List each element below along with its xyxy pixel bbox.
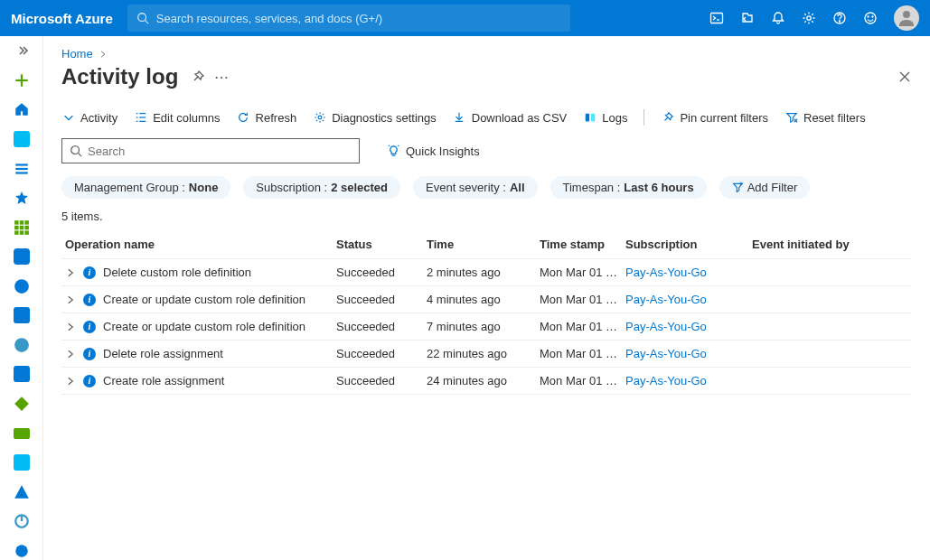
- feedback-button[interactable]: [856, 0, 885, 36]
- cell-subscription[interactable]: Pay-As-You-Go: [625, 266, 752, 279]
- chip-management-group[interactable]: Management Group : None: [61, 176, 230, 199]
- activity-dropdown[interactable]: Activity: [61, 111, 117, 125]
- table-row[interactable]: iCreate or update custom role definition…: [61, 313, 912, 341]
- settings-button[interactable]: [794, 0, 823, 36]
- table-row[interactable]: iCreate role assignmentSucceeded24 minut…: [61, 368, 912, 395]
- expand-row-icon[interactable]: [65, 294, 76, 305]
- pin-button[interactable]: [191, 70, 205, 84]
- rail-all-services[interactable]: [0, 159, 43, 178]
- pin-filters-label: Pin current filters: [680, 111, 768, 125]
- breadcrumb-home[interactable]: Home: [61, 47, 93, 61]
- refresh-icon: [237, 111, 250, 125]
- rail-app-services[interactable]: [0, 277, 43, 296]
- cell-subscription[interactable]: Pay-As-You-Go: [625, 320, 752, 333]
- expand-row-icon[interactable]: [65, 376, 76, 387]
- table-row[interactable]: iDelete custom role definitionSucceeded2…: [61, 259, 912, 286]
- rail-all-resources[interactable]: [0, 218, 43, 237]
- search-row: Quick Insights: [61, 138, 912, 163]
- chip-add-filter[interactable]: Add Filter: [719, 176, 811, 199]
- global-search[interactable]: Search resources, services, and docs (G+…: [127, 5, 570, 32]
- rail-network[interactable]: [0, 453, 43, 472]
- rail-resource-groups[interactable]: [0, 247, 43, 266]
- edit-columns-button[interactable]: Edit columns: [134, 111, 220, 125]
- page-title: Activity log: [61, 64, 178, 89]
- svg-point-6: [839, 21, 840, 22]
- notifications-button[interactable]: [764, 0, 793, 36]
- cell-operation: Create or update custom role definition: [103, 320, 305, 333]
- cell-subscription[interactable]: Pay-As-You-Go: [625, 293, 752, 306]
- expand-row-icon[interactable]: [65, 267, 76, 278]
- col-timestamp[interactable]: Time stamp: [540, 238, 625, 251]
- expand-row-icon[interactable]: [65, 349, 76, 359]
- cell-status: Succeeded: [336, 320, 427, 333]
- close-button[interactable]: [897, 70, 912, 84]
- svg-point-37: [318, 116, 322, 119]
- table-row[interactable]: iCreate or update custom role definition…: [61, 286, 912, 313]
- chip-severity[interactable]: Event severity : All: [413, 176, 538, 199]
- cell-status: Succeeded: [336, 266, 427, 279]
- rail-vm[interactable]: [0, 365, 43, 384]
- rail-monitor[interactable]: [0, 512, 43, 531]
- svg-point-0: [138, 14, 146, 22]
- logs-button[interactable]: Logs: [583, 111, 627, 125]
- rail-expand[interactable]: [0, 42, 43, 61]
- diagnostics-button[interactable]: Diagnostics settings: [313, 111, 437, 125]
- pin-filters-button[interactable]: Pin current filters: [661, 111, 768, 125]
- cloud-shell-button[interactable]: [702, 0, 731, 36]
- search-icon: [136, 12, 149, 24]
- chip-sub-label: Subscription :: [256, 181, 327, 194]
- info-icon: i: [83, 375, 96, 387]
- col-status[interactable]: Status: [336, 238, 427, 251]
- chip-sub-value: 2 selected: [331, 181, 388, 194]
- cell-timestamp: Mon Mar 01 …: [540, 293, 625, 306]
- quick-insights-label: Quick Insights: [406, 145, 480, 158]
- local-search[interactable]: [61, 138, 360, 163]
- avatar[interactable]: [894, 5, 919, 31]
- cell-subscription[interactable]: Pay-As-You-Go: [625, 347, 752, 360]
- col-operation[interactable]: Operation name: [65, 238, 336, 251]
- svg-line-47: [398, 145, 399, 145]
- add-filter-icon: [732, 182, 744, 193]
- rail-cosmos[interactable]: [0, 336, 43, 355]
- rail-dashboard[interactable]: [0, 130, 43, 149]
- cell-operation: Delete role assignment: [103, 347, 223, 360]
- reset-filters-button[interactable]: Reset filters: [784, 111, 866, 125]
- rail-storage[interactable]: [0, 424, 43, 443]
- info-icon: i: [83, 321, 96, 333]
- rail-load-balancer[interactable]: [0, 395, 43, 414]
- chip-subscription[interactable]: Subscription : 2 selected: [243, 176, 400, 199]
- cell-status: Succeeded: [336, 374, 427, 387]
- cell-operation: Create role assignment: [103, 374, 224, 387]
- refresh-label: Refresh: [256, 111, 297, 125]
- rail-home[interactable]: [0, 100, 43, 119]
- local-search-input[interactable]: [88, 145, 352, 158]
- col-time[interactable]: Time: [427, 238, 540, 251]
- quick-insights-button[interactable]: Quick Insights: [387, 145, 480, 158]
- chip-timespan[interactable]: Timespan : Last 6 hours: [550, 176, 707, 199]
- svg-rect-18: [24, 220, 29, 225]
- item-count: 5 items.: [61, 210, 912, 223]
- rail-advisor[interactable]: [0, 542, 43, 560]
- col-initiated-by[interactable]: Event initiated by: [752, 238, 878, 251]
- rail-favorites[interactable]: [0, 189, 43, 208]
- rail-aad[interactable]: [0, 482, 43, 501]
- expand-row-icon[interactable]: [65, 322, 76, 332]
- table-row[interactable]: iDelete role assignmentSucceeded22 minut…: [61, 341, 912, 368]
- svg-rect-24: [24, 230, 29, 235]
- more-button[interactable]: ⋯: [214, 69, 229, 86]
- cell-subscription[interactable]: Pay-As-You-Go: [625, 374, 752, 387]
- rail-sql[interactable]: [0, 306, 43, 325]
- download-csv-button[interactable]: Download as CSV: [453, 111, 568, 125]
- col-subscription[interactable]: Subscription: [625, 238, 752, 251]
- gear-icon: [313, 111, 326, 125]
- reset-filters-icon: [784, 111, 798, 125]
- svg-point-8: [868, 16, 869, 17]
- filter-chips: Management Group : None Subscription : 2…: [61, 176, 912, 199]
- table-header: Operation name Status Time Time stamp Su…: [61, 230, 912, 259]
- cell-timestamp: Mon Mar 01 …: [540, 374, 625, 387]
- svg-point-7: [865, 13, 876, 23]
- directories-button[interactable]: [733, 0, 762, 36]
- help-button[interactable]: [825, 0, 854, 36]
- refresh-button[interactable]: Refresh: [237, 111, 297, 125]
- rail-create[interactable]: [0, 71, 43, 90]
